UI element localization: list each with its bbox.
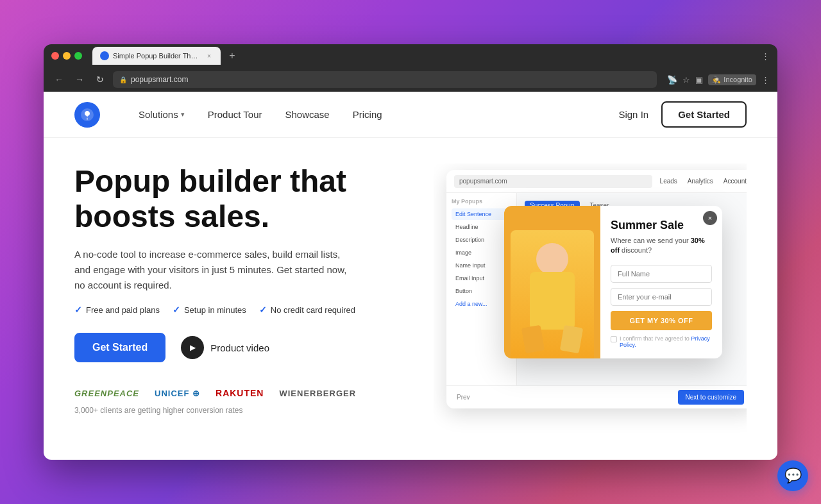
get-started-nav-button[interactable]: Get Started [661,101,747,128]
lock-icon: 🔒 [119,76,127,83]
hero-left: Popup builder that boosts sales. A no-co… [74,164,408,447]
nav-showcase[interactable]: Showcase [285,109,330,120]
person-body [530,272,575,330]
nav-pricing[interactable]: Pricing [353,109,382,120]
browser-titlebar: Simple Popup Builder That Bo... × + ⋮ [44,44,777,67]
dashboard-bottom-bar: Prev Next to customize [446,385,747,408]
tab-bar: Simple Popup Builder That Bo... × + [92,47,756,65]
dash-nav-leads: Leads [660,178,677,185]
popup-title: Summer Sale [611,219,712,232]
chat-widget-button[interactable]: 💬 [777,460,808,491]
play-icon: ▶ [181,336,204,359]
dash-sidebar-edit: Edit Sentence [452,208,511,220]
browser-toolbar: ← → ↻ 🔒 popupsmart.com 📡 ☆ ▣ 🕵 Incognito… [44,67,777,92]
greenpeace-logo: Greenpeace [74,389,139,398]
dash-sidebar-nameinput: Name Input [452,260,511,271]
hero-section: Popup builder that boosts sales. A no-co… [44,138,777,460]
browser-window: Simple Popup Builder That Bo... × + ⋮ ← … [44,44,777,460]
popup-consent-text: I confirm that I've agreed to Privacy Po… [620,335,712,348]
dash-sidebar-headline: Headline [452,221,511,233]
check-free-plans: ✓ Free and paid plans [74,305,160,315]
dash-my-popups: My Popups [452,198,511,205]
address-bar[interactable]: 🔒 popupsmart.com [113,71,657,88]
popup-subtitle: Where can we send your 30% off discount? [611,236,712,256]
back-button[interactable]: ← [51,72,67,87]
incognito-badge: 🕵 Incognito [708,74,756,85]
cast-icon[interactable]: 📡 [667,75,677,85]
popup-image [504,206,600,358]
tab-favicon [100,51,109,60]
video-label: Product video [210,342,269,353]
get-started-hero-button[interactable]: Get Started [74,333,165,362]
hero-buttons: Get Started ▶ Product video [74,333,408,362]
page-content: Solutions ▾ Product Tour Showcase Pricin… [44,92,777,460]
nav-product-tour[interactable]: Product Tour [208,109,262,120]
url-text: popupsmart.com [131,75,188,84]
popup-body: Summer Sale Where can we send your 30% o… [504,206,722,358]
dash-next-button[interactable]: Next to customize [678,390,744,405]
hero-description: A no-code tool to increase e-commerce sa… [74,247,357,293]
logo-svg [80,107,95,122]
dashboard-nav: Leads Analytics Account [660,178,747,185]
dash-prev-label: Prev [457,394,470,401]
popup-form: Summer Sale Where can we send your 30% o… [600,206,722,358]
checkmark-icon-1: ✓ [74,305,82,315]
sidebar-icon[interactable]: ▣ [695,75,703,85]
chat-icon: 💬 [784,467,802,484]
hero-title: Popup builder that boosts sales. [74,164,408,234]
checkmark-icon-2: ✓ [173,305,180,315]
maximize-window-button[interactable] [74,52,82,60]
browser-menu-dots[interactable]: ⋮ [761,75,770,85]
minimize-window-button[interactable] [63,52,71,60]
traffic-lights [51,52,82,60]
new-tab-button[interactable]: + [223,47,241,65]
sign-in-link[interactable]: Sign In [618,109,648,120]
wienerberger-logo: wienerberger [279,389,356,398]
incognito-icon: 🕵 [712,76,721,84]
popup-person-image [511,230,594,358]
toolbar-icons: 📡 ☆ ▣ 🕵 Incognito ⋮ [667,74,770,85]
forward-button[interactable]: → [72,72,87,87]
dash-sidebar-description: Description [452,234,511,246]
popup-modal: × [504,206,722,358]
clients-text: 3,000+ clients are getting higher conver… [74,406,408,415]
dash-sidebar-button: Button [452,285,511,297]
person-head [536,243,568,275]
site-logo[interactable] [74,102,100,128]
solutions-chevron-icon: ▾ [181,110,185,119]
popup-name-input[interactable] [611,265,712,283]
dash-sidebar-emailinput: Email Input [452,273,511,284]
dashboard-body: My Popups Edit Sentence Headline Descrip… [446,193,747,385]
product-video-link[interactable]: ▶ Product video [181,336,269,359]
reload-button[interactable]: ↻ [92,72,108,87]
dash-sidebar-image: Image [452,247,511,258]
checkmark-icon-3: ✓ [259,305,267,315]
browser-menu-icon[interactable]: ⋮ [761,51,770,61]
dashboard-url: popupsmart.com [454,175,652,188]
popup-consent: I confirm that I've agreed to Privacy Po… [611,335,712,348]
svg-point-1 [87,118,88,119]
consent-checkbox[interactable] [611,336,617,342]
tab-title: Simple Popup Builder That Bo... [113,52,201,60]
dashboard-preview: popupsmart.com Leads Analytics Account M… [446,170,747,408]
popup-cta-button[interactable]: GET MY 30% OFF [611,311,712,330]
dash-nav-account: Account [724,178,747,185]
nav-links: Solutions ▾ Product Tour Showcase Pricin… [139,109,593,120]
dash-sidebar-add: Add a new... [452,298,511,310]
dashboard-main: Success Popup Teaser × [517,193,747,385]
check-setup: ✓ Setup in minutes [173,305,246,315]
unicef-logo: unicef ⊕ [155,389,200,398]
nav-actions: Sign In Get Started [618,101,747,128]
close-window-button[interactable] [51,52,59,60]
tab-close-icon[interactable]: × [205,51,213,60]
popup-email-input[interactable] [611,288,712,306]
hero-right: popupsmart.com Leads Analytics Account M… [434,164,747,447]
dash-nav-analytics: Analytics [688,178,713,185]
brand-logos: Greenpeace unicef ⊕ Rakuten wienerberger [74,388,408,398]
popup-close-button[interactable]: × [703,211,717,225]
active-tab[interactable]: Simple Popup Builder That Bo... × [92,47,221,65]
incognito-label: Incognito [724,76,752,83]
bookmark-icon[interactable]: ☆ [682,75,690,85]
shopping-bag-2 [560,324,583,353]
nav-solutions[interactable]: Solutions ▾ [139,109,185,120]
